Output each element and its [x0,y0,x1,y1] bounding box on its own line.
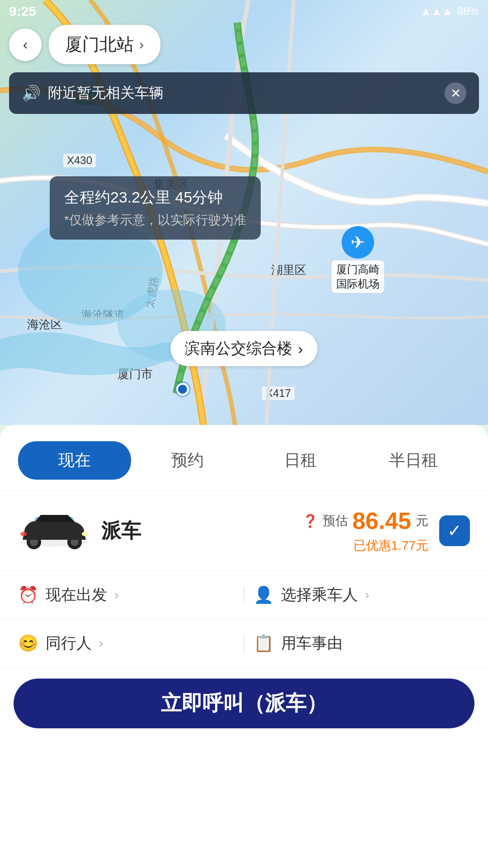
price-value: 86.45 [352,507,411,534]
route-disclaimer: *仅做参考示意，以实际行驶为准 [64,212,246,229]
back-button[interactable]: ‹ [9,28,42,61]
destination-box[interactable]: 厦门北站 › [49,25,160,64]
status-bar: 9:25 ▲▲▲ 88% [0,0,488,23]
route-distance-time: 全程约23.2公里 45分钟 [64,187,246,208]
notification-bar: 🔊 附近暂无相关车辆 ✕ [9,72,479,114]
tab-half-day-rent-label: 半日租 [389,451,438,469]
reason-label: 用车事由 [281,633,343,654]
notification-close-button[interactable]: ✕ [445,82,466,104]
price-unit: 元 [416,512,428,529]
passenger-option[interactable]: 👤 选择乘车人 › [253,585,470,605]
price-row: ❓ 预估 86.45 元 [302,507,428,534]
passenger-arrow-icon: › [365,588,369,602]
companion-arrow-icon: › [99,636,103,651]
tab-reserve-label: 预约 [171,451,204,469]
map-destination-label[interactable]: 滨南公交综合楼 › [170,331,317,366]
companion-label: 同行人 [46,633,92,654]
discount-text: 已优惠1.77元 [353,537,429,554]
price-estimate-label: 预估 [323,512,348,529]
dest-label-text: 滨南公交综合楼 [185,338,292,359]
top-bar: ‹ 厦门北站 › [9,25,479,64]
depart-passenger-row: ⏰ 现在出发 › 👤 选择乘车人 › [0,571,488,619]
route-info-popup: 全程约23.2公里 45分钟 *仅做参考示意，以实际行驶为准 [50,176,261,240]
tab-half-day-rent[interactable]: 半日租 [357,441,470,480]
car-name-label: 派车 [101,518,291,544]
companion-icon: 😊 [18,634,38,653]
svg-point-7 [82,532,88,536]
depart-option[interactable]: ⏰ 现在出发 › [18,585,235,605]
reason-icon: 📋 [253,634,274,653]
reason-option[interactable]: 📋 用车事由 [253,633,470,654]
airport-icon: ✈ [342,226,374,259]
tab-day-rent-label: 日租 [284,451,317,469]
companion-reason-row: 😊 同行人 › 📋 用车事由 [0,619,488,668]
destination-text: 厦门北站 [65,33,134,56]
companion-option[interactable]: 😊 同行人 › [18,633,235,654]
status-time: 9:25 [9,4,36,19]
tabs-row: 现在 预约 日租 半日租 [0,425,488,491]
depart-label: 现在出发 [46,585,107,605]
notification-left: 🔊 附近暂无相关车辆 [22,83,164,103]
tab-day-rent[interactable]: 日租 [244,441,357,480]
destination-arrow-icon: › [139,36,144,53]
passenger-label: 选择乘车人 [281,585,358,605]
tab-now[interactable]: 现在 [18,441,131,480]
wifi-icon: ▲▲▲ [421,5,453,18]
options-divider-2 [244,634,244,652]
status-icons: ▲▲▲ 88% [421,5,479,18]
svg-point-8 [20,532,27,536]
tab-reserve[interactable]: 预约 [131,441,244,480]
select-car-button[interactable]: ✓ [439,515,470,546]
call-button-label: 立即呼叫（派车） [161,689,327,717]
back-arrow-icon: ‹ [23,36,28,53]
price-block: ❓ 预估 86.45 元 已优惠1.77元 [302,507,428,554]
passenger-icon: 👤 [253,585,274,604]
notification-text: 附近暂无相关车辆 [48,83,164,103]
call-button[interactable]: 立即呼叫（派车） [14,679,474,728]
speaker-icon: 🔊 [22,84,41,102]
tab-now-label: 现在 [58,451,91,469]
depart-arrow-icon: › [114,588,118,602]
clock-icon: ⏰ [18,585,38,604]
car-image [18,510,90,551]
map-area: 集美区 湖里区 海沧区 厦门市 海沧隧道 G15 X430 X415 X417 … [0,0,488,425]
battery-icon: 88% [457,5,479,18]
dest-label-arrow: › [298,340,303,358]
airport-marker: ✈ 厦门高崎国际机场 [332,226,384,293]
bottom-panel: 现在 预约 日租 半日租 [0,425,488,868]
airport-label: 厦门高崎国际机场 [332,260,384,293]
price-help-icon[interactable]: ❓ [302,514,318,528]
options-divider-1 [244,586,244,604]
current-location-dot [176,383,189,396]
car-option-row[interactable]: 派车 ❓ 预估 86.45 元 已优惠1.77元 ✓ [0,491,488,571]
